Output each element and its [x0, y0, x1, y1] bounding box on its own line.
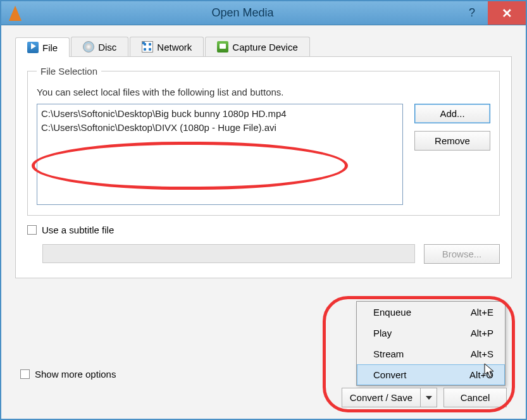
capture-icon [217, 41, 228, 52]
tabstrip: File Disc Network Capture Device [15, 37, 512, 57]
file-selection-legend: File Selection [37, 66, 101, 77]
open-media-dialog: Open Media ? ✕ File Disc Network Capture… [0, 0, 527, 420]
menu-item-play[interactable]: Play Alt+P [357, 323, 505, 343]
menu-item-label: Convert [373, 369, 407, 380]
titlebar-buttons: ? ✕ [456, 1, 526, 25]
file-panel: File Selection You can select local file… [15, 57, 512, 278]
tab-capture-label: Capture Device [232, 42, 297, 52]
subtitle-row: Use a subtitle file [27, 225, 500, 235]
file-icon [27, 42, 39, 53]
tab-disc[interactable]: Disc [71, 37, 128, 56]
close-button[interactable]: ✕ [488, 1, 526, 25]
file-selection-instruction: You can select local files with the foll… [37, 87, 490, 97]
tab-capture[interactable]: Capture Device [205, 37, 309, 56]
file-list[interactable]: C:\Users\Softonic\Desktop\Big buck bunny… [37, 104, 403, 205]
client-area: File Disc Network Capture Device File Se… [1, 25, 526, 419]
subtitle-checkbox[interactable] [27, 225, 37, 235]
cursor-icon [484, 363, 495, 378]
disc-icon [83, 41, 94, 52]
subtitle-path-input [42, 244, 415, 263]
menu-item-stream[interactable]: Stream Alt+S [357, 343, 505, 364]
dialog-action-row: Convert / Save Cancel [342, 388, 507, 407]
list-item[interactable]: C:\Users\Softonic\Desktop\Big buck bunny… [41, 107, 399, 121]
remove-button[interactable]: Remove [414, 131, 490, 151]
list-item[interactable]: C:\Users\Softonic\Desktop\DIVX (1080p - … [41, 121, 399, 135]
menu-item-convert[interactable]: Convert Alt+O [357, 364, 505, 385]
show-more-checkbox[interactable] [20, 369, 30, 379]
menu-item-label: Stream [373, 349, 404, 359]
vlc-cone-icon [6, 4, 24, 22]
menu-item-shortcut: Alt+P [471, 328, 493, 338]
convert-save-dropdown[interactable] [421, 388, 437, 407]
tab-file[interactable]: File [15, 37, 70, 57]
network-icon [142, 41, 153, 52]
cancel-button[interactable]: Cancel [443, 388, 507, 407]
tab-network-label: Network [157, 42, 192, 52]
chevron-down-icon [426, 396, 432, 400]
tab-network[interactable]: Network [130, 37, 204, 56]
menu-item-label: Play [373, 328, 392, 338]
browse-button: Browse... [424, 244, 500, 264]
add-button[interactable]: Add... [414, 104, 490, 123]
convert-save-button[interactable]: Convert / Save [342, 388, 421, 407]
tab-file-label: File [42, 42, 58, 53]
tab-disc-label: Disc [98, 42, 116, 52]
subtitle-checkbox-label: Use a subtitle file [42, 225, 114, 235]
convert-save-menu: Enqueue Alt+E Play Alt+P Stream Alt+S Co… [356, 301, 505, 386]
menu-item-label: Enqueue [373, 307, 411, 318]
show-more-label: Show more options [35, 369, 116, 380]
menu-item-shortcut: Alt+E [471, 307, 493, 318]
file-selection-group: File Selection You can select local file… [27, 66, 500, 216]
window-title: Open Media [29, 6, 456, 20]
help-button[interactable]: ? [456, 1, 488, 25]
menu-item-enqueue[interactable]: Enqueue Alt+E [357, 302, 505, 323]
titlebar: Open Media ? ✕ [1, 1, 526, 25]
convert-save-split-button[interactable]: Convert / Save [342, 388, 437, 407]
menu-item-shortcut: Alt+S [471, 349, 493, 359]
